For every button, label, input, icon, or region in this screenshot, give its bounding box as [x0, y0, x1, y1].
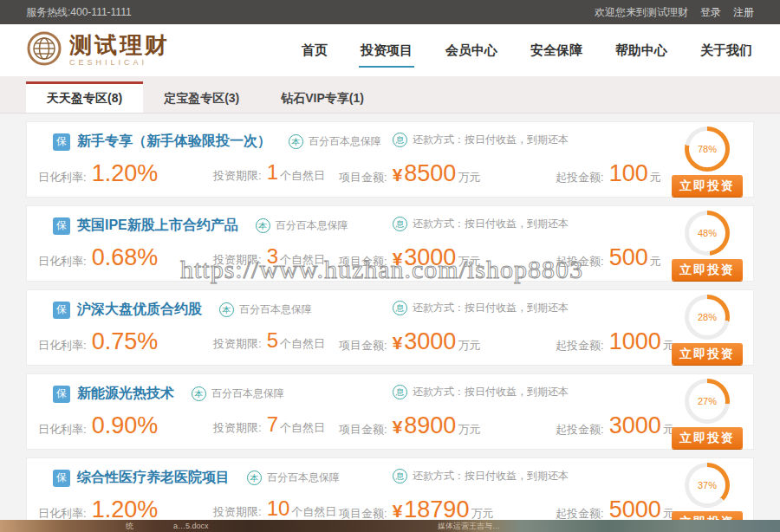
product-list: 保 新手专享（新手体验限投一次） 本 百分百本息保障 息 还款方式：按日付收益，…	[0, 114, 780, 532]
nav-item-0[interactable]: 首页	[300, 34, 329, 68]
guarantee-badge: 保	[53, 302, 70, 319]
term-value: 3	[267, 244, 278, 269]
principal-guarantee: 本 百分百本息保障	[256, 218, 348, 233]
top-utility-bar: 服务热线:400-111-1111 欢迎您来到测试理财 登录 注册	[0, 0, 780, 24]
interest-icon: 息	[393, 301, 407, 315]
desktop-text-fragment: 统	[126, 522, 133, 530]
amount-unit: 万元	[458, 254, 480, 269]
product-title-link[interactable]: 综合性医疗养老医院项目	[77, 469, 230, 487]
amount-unit: 万元	[458, 170, 480, 185]
product-title-link[interactable]: 新手专享（新手体验限投一次）	[77, 133, 271, 151]
site-header: 测试理财 CESHILICAI 首页投资项目会员中心安全保障帮助中心关于我们	[0, 24, 780, 76]
guarantee-badge: 保	[53, 133, 70, 151]
min-invest-stat: 起投金额: 3000 元	[556, 412, 674, 439]
nav-item-1[interactable]: 投资项目	[359, 34, 414, 68]
term-stat: 投资期限: 5 个自然日	[213, 328, 325, 353]
term-unit: 个自然日	[280, 336, 325, 352]
daily-rate-stat: 日化利率: 1.20%	[38, 160, 158, 187]
amount-value: 8500	[404, 160, 456, 187]
principal-icon: 本	[247, 470, 262, 485]
card-header-row: 保 新手专享（新手体验限投一次） 本 百分百本息保障 息 还款方式：按日付收益，…	[53, 133, 381, 151]
card-action-zone: 27% 立即投资	[658, 379, 757, 449]
progress-ring: 78%	[685, 127, 730, 172]
progress-percent: 37%	[698, 480, 717, 490]
progress-ring-inner: 28%	[689, 299, 725, 335]
invest-button[interactable]: 立即投资	[672, 343, 743, 365]
term-value: 10	[267, 496, 290, 521]
invest-button[interactable]: 立即投资	[672, 427, 743, 449]
amount-stat: 项目金额: ¥ 3000 万元	[339, 244, 480, 271]
site-logo[interactable]: 测试理财 CESHILICAI	[26, 30, 170, 70]
min-invest-stat: 起投金额: 1000 元	[556, 328, 674, 355]
term-stat: 投资期限: 1 个自然日	[213, 160, 325, 185]
interest-icon: 息	[393, 217, 407, 231]
invest-button[interactable]: 立即投资	[672, 259, 743, 281]
progress-percent: 28%	[698, 312, 717, 322]
tab-0[interactable]: 天天盈专区(8)	[26, 81, 143, 113]
term-unit: 个自然日	[280, 420, 325, 436]
progress-ring: 37%	[685, 463, 730, 508]
card-header-row: 保 沪深大盘优质合约股 本 百分百本息保障 息 还款方式：按日付收益，到期还本	[53, 301, 312, 319]
term-label: 投资期限:	[213, 168, 262, 184]
progress-ring-inner: 78%	[689, 131, 725, 167]
amount-label: 项目金额:	[339, 254, 387, 269]
nav-item-4[interactable]: 帮助中心	[614, 34, 669, 68]
daily-rate-value: 1.20%	[92, 160, 159, 187]
amount-value: 3000	[404, 328, 456, 355]
principal-text: 百分百本息保障	[276, 218, 348, 233]
invest-button[interactable]: 立即投资	[672, 175, 743, 197]
progress-percent: 27%	[698, 396, 717, 406]
card-action-zone: 28% 立即投资	[658, 295, 757, 365]
min-invest-label: 起投金额:	[556, 422, 604, 438]
welcome-text: 欢迎您来到测试理财	[595, 5, 688, 20]
principal-guarantee: 本 百分百本息保障	[289, 134, 381, 149]
term-value: 5	[267, 328, 278, 353]
register-link[interactable]: 注册	[733, 5, 754, 20]
amount-label: 项目金额:	[339, 422, 387, 438]
min-invest-value: 1000	[609, 328, 661, 355]
amount-label: 项目金额:	[339, 338, 387, 354]
tab-2[interactable]: 钻石VIP专享(1)	[260, 81, 385, 113]
min-invest-label: 起投金额:	[556, 170, 604, 185]
amount-label: 项目金额:	[339, 170, 387, 185]
daily-rate-label: 日化利率:	[38, 338, 87, 354]
min-invest-value: 3000	[609, 412, 661, 439]
interest-icon: 息	[393, 469, 407, 483]
tab-1[interactable]: 定宝盈专区(3)	[143, 81, 260, 113]
repayment-text: 还款方式：按日付收益，到期还本	[413, 385, 569, 399]
currency-symbol: ¥	[393, 501, 403, 522]
progress-ring-inner: 27%	[689, 383, 725, 419]
progress-ring-inner: 48%	[689, 215, 725, 251]
amount-value: 3000	[404, 244, 456, 271]
principal-text: 百分百本息保障	[239, 302, 312, 317]
product-title-link[interactable]: 英国IPE新股上市合约产品	[77, 217, 238, 235]
nav-item-3[interactable]: 安全保障	[529, 34, 584, 68]
product-card: 保 沪深大盘优质合约股 本 百分百本息保障 息 还款方式：按日付收益，到期还本 …	[26, 289, 754, 366]
principal-icon: 本	[219, 302, 234, 317]
product-title-link[interactable]: 沪深大盘优质合约股	[77, 301, 202, 319]
card-action-zone: 78% 立即投资	[658, 127, 757, 197]
term-unit: 个自然日	[280, 252, 325, 268]
card-action-zone: 48% 立即投资	[658, 211, 757, 281]
nav-item-2[interactable]: 会员中心	[444, 34, 499, 68]
principal-text: 百分百本息保障	[267, 470, 340, 485]
repayment-text: 还款方式：按日付收益，到期还本	[413, 217, 569, 231]
hotline-text: 服务热线:400-111-1111	[26, 5, 132, 20]
principal-text: 百分百本息保障	[309, 134, 381, 149]
product-title-link[interactable]: 新能源光热技术	[77, 385, 174, 403]
login-link[interactable]: 登录	[700, 5, 721, 20]
term-label: 投资期限:	[213, 252, 262, 268]
term-unit: 个自然日	[291, 504, 336, 520]
term-stat: 投资期限: 3 个自然日	[213, 244, 325, 269]
nav-item-5[interactable]: 关于我们	[699, 34, 754, 68]
guarantee-badge: 保	[53, 217, 70, 235]
principal-guarantee: 本 百分百本息保障	[192, 386, 284, 401]
desktop-wallpaper-strip: 统 a…5.docx 媒体运营王吉与…	[0, 520, 780, 532]
daily-rate-label: 日化利率:	[38, 170, 87, 185]
product-card: 保 新能源光热技术 本 百分百本息保障 息 还款方式：按日付收益，到期还本 日化…	[26, 373, 754, 450]
guarantee-badge: 保	[53, 386, 70, 403]
page: 服务热线:400-111-1111 欢迎您来到测试理财 登录 注册 测试理财	[0, 0, 780, 532]
min-invest-stat: 起投金额: 100 元	[556, 160, 661, 187]
principal-icon: 本	[256, 218, 270, 233]
term-label: 投资期限:	[213, 420, 262, 436]
